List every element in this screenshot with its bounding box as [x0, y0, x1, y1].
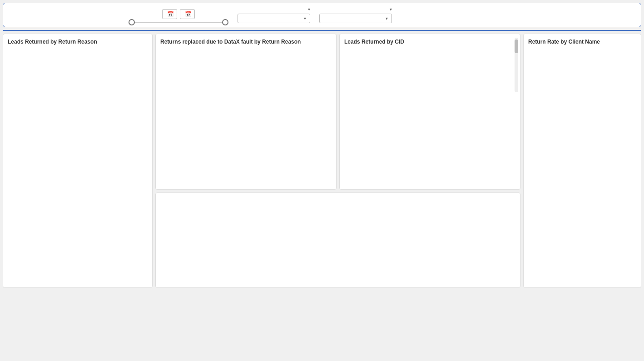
charts-row: Leads Returned by Return Reason Returns …: [3, 34, 641, 288]
block-select[interactable]: ▾: [238, 14, 310, 23]
cid-select-chevron: ▾: [386, 16, 388, 21]
leads-by-reason-panel: Leads Returned by Return Reason: [3, 34, 153, 288]
date-end-input[interactable]: 📅: [180, 9, 195, 19]
page: 📅 📅 ▾ ▾: [0, 0, 644, 361]
block-filter-label: ▾: [238, 7, 310, 12]
kpi-row: [3, 30, 641, 31]
datax-reason-title: Returns replaced due to DataX fault by R…: [160, 39, 332, 45]
calendar-end-icon[interactable]: 📅: [185, 11, 192, 17]
slider-thumb-left[interactable]: [129, 19, 135, 25]
block-filter: ▾ ▾: [238, 7, 310, 23]
cid-filter: ▾ ▾: [319, 7, 392, 23]
return-rate-title: Return Rate by Client Name: [528, 39, 636, 45]
date-filter: 📅 📅: [129, 7, 228, 23]
return-rate-panel: Return Rate by Client Name: [523, 34, 641, 288]
timeseries-panel: [155, 193, 520, 288]
date-start-input[interactable]: 📅: [162, 9, 177, 19]
cid-select[interactable]: ▾: [319, 14, 392, 23]
date-slider[interactable]: [129, 22, 228, 23]
slider-track: [129, 22, 228, 23]
block-select-chevron: ▾: [304, 16, 306, 21]
slider-thumb-right[interactable]: [222, 19, 228, 25]
leads-by-cid-title: Leads Returned by CID: [344, 39, 515, 45]
cid-chevron-icon: ▾: [390, 7, 392, 12]
cid-scrollbar-thumb[interactable]: [515, 40, 518, 53]
leads-by-cid-panel: Leads Returned by CID: [339, 34, 520, 190]
cid-filter-label: ▾: [319, 7, 392, 12]
leads-by-reason-title: Leads Returned by Return Reason: [8, 39, 148, 45]
block-chevron-icon: ▾: [308, 7, 310, 12]
date-inputs: 📅 📅: [162, 9, 195, 19]
header-bar: 📅 📅 ▾ ▾: [3, 3, 641, 27]
cid-scrollbar[interactable]: [515, 38, 518, 92]
datax-reason-panel: Returns replaced due to DataX fault by R…: [155, 34, 337, 190]
calendar-start-icon[interactable]: 📅: [167, 11, 174, 17]
